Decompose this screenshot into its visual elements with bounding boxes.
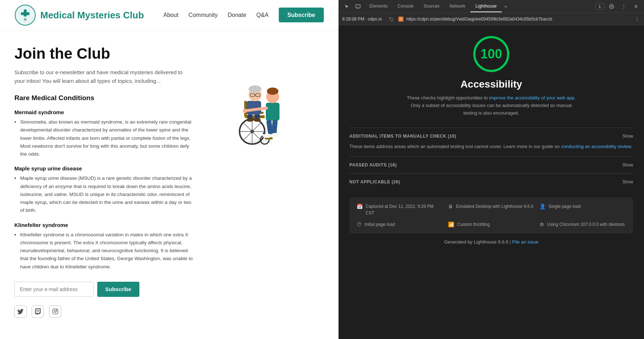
nav-subscribe-button[interactable]: Subscribe	[279, 8, 324, 22]
lighthouse-footer-info: 📅 Captured at Dec 11, 2022, 9:28 PM CST …	[349, 197, 633, 233]
nav-donate[interactable]: Donate	[228, 12, 246, 18]
devtools-panel: Elements Console Sources Network Lightho…	[339, 0, 644, 339]
nav-links: About Community Donate Q&A Subscribe	[164, 12, 324, 18]
twitter-icon[interactable]	[14, 305, 27, 318]
lighthouse-content: 100 Accessibility These checks highlight…	[339, 25, 644, 339]
footer-emulated: 🖥 Emulated Desktop with Lighthouse 9.6.6	[448, 203, 535, 216]
footer-chromium: ⚙ Using Chromium 107.0.0.0 with devtools	[540, 221, 626, 228]
url-display: C https://cdpn.io/pen/debug/VwdOaqp/ee09…	[398, 17, 631, 22]
svg-rect-4	[53, 309, 58, 314]
footer-captured: 📅 Captured at Dec 11, 2022, 9:28 PM CST	[357, 203, 443, 216]
svg-point-29	[254, 118, 261, 122]
manual-desc-text: These items address areas which an autom…	[349, 144, 561, 149]
close-devtools-icon[interactable]: ✕	[631, 1, 641, 12]
not-applicable-header[interactable]: NOT APPLICABLE (26) Show	[349, 179, 633, 184]
tab-elements[interactable]: Elements	[365, 1, 393, 12]
tab-lighthouse[interactable]: Lighthouse	[470, 1, 502, 12]
tab-sources[interactable]: Sources	[419, 1, 444, 12]
twitch-icon[interactable]	[32, 305, 44, 318]
not-applicable-section: NOT APPLICABLE (26) Show	[349, 173, 633, 190]
section-title: Rare Medical Conditions	[14, 94, 194, 102]
footer-single-page: 👤 Single page load	[540, 203, 626, 216]
svg-rect-30	[266, 103, 279, 121]
navigation: Medical Mysteries Club About Community D…	[0, 0, 338, 31]
devtools-cursor-icon[interactable]	[341, 1, 352, 12]
tab-badge[interactable]: 1	[595, 3, 604, 10]
chromium-text: Using Chromium 107.0.0.0 with devtools	[547, 221, 625, 228]
generated-footer: Generated by Lighthouse 9.6.6 | File an …	[349, 239, 633, 248]
svg-rect-2	[21, 12, 30, 15]
content-left: Join the Club Subscribe to our e-newslet…	[14, 45, 194, 318]
site-title: Medical Mysteries Club	[40, 10, 144, 21]
tab-console[interactable]: Console	[393, 1, 419, 12]
url-text: https://cdpn.io/pen/debug/VwdOaqp/ee0945…	[406, 17, 552, 22]
illustration-container	[205, 45, 306, 318]
generated-by-text: Generated by Lighthouse 9.6.6 |	[444, 239, 512, 245]
lighthouse-description: These checks highlight opportunities to …	[405, 94, 578, 117]
throttling-text: Custom throttling	[457, 221, 490, 228]
svg-point-5	[54, 311, 56, 313]
subscribe-button[interactable]: Subscribe	[97, 282, 139, 297]
site-favicon: C	[398, 17, 403, 22]
emulated-text: Emulated Desktop with Lighthouse 9.6.6	[456, 203, 533, 210]
email-input[interactable]	[14, 282, 94, 297]
devtools-urlbar: 9:28:08 PM · cdpn.io C https://cdpn.io/p…	[339, 13, 644, 25]
not-applicable-show[interactable]: Show	[622, 179, 633, 184]
page-subtitle: Subscribe to our e-newsletter and have m…	[14, 68, 194, 85]
svg-point-22	[249, 85, 261, 93]
condition-text-3: Klinefelter syndrome is a chromosomal va…	[14, 231, 194, 271]
calendar-icon: 📅	[357, 204, 363, 209]
condition-name-1: Mermaid syndrome	[14, 109, 194, 115]
svg-point-42	[611, 6, 612, 7]
score-value: 100	[480, 46, 502, 62]
footer-initial-load: ⏱ Initial page load	[357, 221, 443, 228]
accessibility-review-link[interactable]: conducting an accessibility review	[561, 144, 631, 149]
not-applicable-label: NOT APPLICABLE (26)	[349, 179, 400, 184]
accessibility-score-circle: 100	[473, 36, 509, 72]
logo-container: Medical Mysteries Club	[14, 4, 144, 26]
person-icon: 👤	[540, 204, 546, 209]
social-icons	[14, 305, 194, 318]
url-menu-icon[interactable]: ⋮	[634, 16, 640, 22]
settings-icon[interactable]	[607, 1, 617, 12]
page-title: Join the Club	[14, 45, 194, 62]
file-issue-link[interactable]: File an issue	[512, 239, 538, 245]
manual-check-header[interactable]: ADDITIONAL ITEMS TO MANUALLY CHECK (10) …	[349, 134, 633, 139]
svg-point-28	[246, 118, 254, 122]
footer-grid: 📅 Captured at Dec 11, 2022, 9:28 PM CST …	[357, 203, 626, 228]
manual-check-description: These items address areas which an autom…	[349, 143, 633, 151]
passed-audits-show[interactable]: Show	[622, 162, 633, 168]
footer-throttling: 📶 Custom throttling	[448, 221, 535, 228]
tab-network[interactable]: Network	[444, 1, 470, 12]
svg-point-3	[24, 18, 27, 21]
svg-rect-36	[272, 120, 278, 134]
nav-community[interactable]: Community	[188, 12, 218, 18]
clock-icon: ⏱	[357, 222, 362, 227]
accessibility-link[interactable]: improve the accessibility of your web ap…	[489, 95, 574, 101]
nav-qa[interactable]: Q&A	[256, 12, 269, 18]
devtools-topbar: Elements Console Sources Network Lightho…	[339, 0, 644, 13]
passed-audits-header[interactable]: PASSED AUDITS (18) Show	[349, 162, 633, 168]
devtools-device-icon[interactable]	[353, 1, 363, 12]
timestamp: 9:28:08 PM · cdpn.io	[342, 17, 382, 22]
main-content: Join the Club Subscribe to our e-newslet…	[0, 31, 338, 332]
condition-text-2: Maple syrup urine disease (MSUD) is a ra…	[14, 174, 194, 214]
email-form: Subscribe	[14, 282, 194, 297]
svg-point-37	[263, 134, 272, 138]
condition-text-1: Sirenomelia, also known as mermaid syndr…	[14, 118, 194, 158]
manual-check-section: ADDITIONAL ITEMS TO MANUALLY CHECK (10) …	[349, 128, 633, 156]
nav-about[interactable]: About	[164, 12, 179, 18]
wheelchair-illustration	[209, 45, 303, 153]
reload-icon[interactable]	[388, 15, 395, 23]
more-options-icon[interactable]: ⋮	[619, 1, 629, 12]
passed-audits-section: PASSED AUDITS (18) Show	[349, 156, 633, 173]
monitor-icon: 🖥	[448, 204, 453, 209]
svg-point-6	[56, 310, 57, 310]
initial-load-text: Initial page load	[365, 221, 395, 228]
instagram-icon[interactable]	[49, 305, 61, 318]
more-tabs-icon[interactable]: »	[502, 1, 510, 12]
manual-desc-end: .	[631, 144, 632, 149]
manual-check-show[interactable]: Show	[622, 134, 633, 139]
single-page-text: Single page load	[549, 203, 581, 210]
svg-point-38	[271, 133, 280, 137]
